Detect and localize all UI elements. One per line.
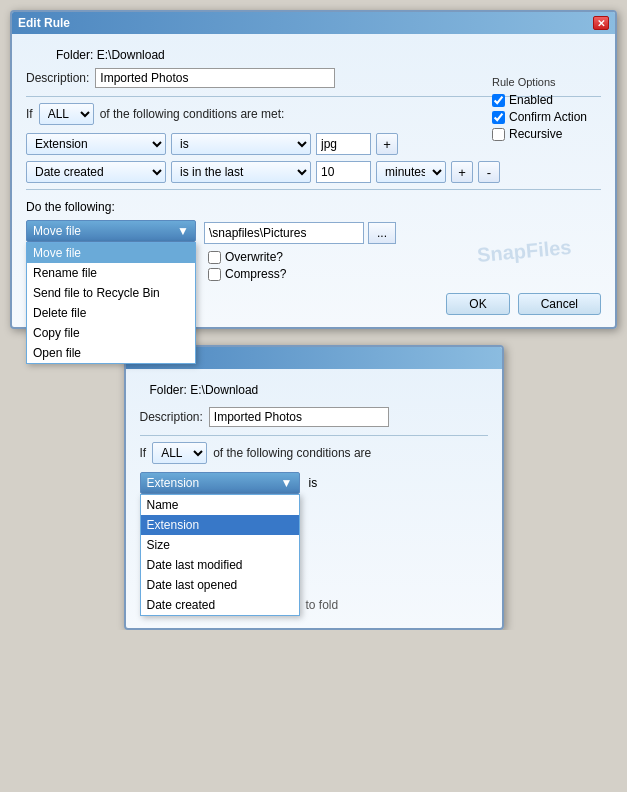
dialog2-condition-row: Extension ▼ Name Extension Size Date las… [140, 472, 488, 494]
action-dropdown-wrapper: Move file ▼ Move file Rename file Send f… [26, 220, 196, 242]
enabled-checkbox[interactable] [492, 94, 505, 107]
ext-option-extension[interactable]: Extension [141, 515, 299, 535]
ext-option-name[interactable]: Name [141, 495, 299, 515]
all-select[interactable]: ALL [39, 103, 94, 125]
recursive-label: Recursive [509, 127, 562, 141]
close-button[interactable]: ✕ [593, 16, 609, 30]
recursive-checkbox-row[interactable]: Recursive [492, 127, 587, 141]
compress-checkbox-row[interactable]: Compress? [208, 267, 396, 281]
dialog2-ext-dropdown-wrapper: Extension ▼ Name Extension Size Date las… [140, 472, 300, 494]
dialog2-desc-input[interactable] [209, 407, 389, 427]
overwrite-label: Overwrite? [225, 250, 283, 264]
ext-option-size[interactable]: Size [141, 535, 299, 555]
ow-section: Overwrite? Compress? [208, 250, 396, 281]
action-dropdown: Move file Rename file Send file to Recyc… [26, 242, 196, 364]
dialog2-to-fold-label: to fold [306, 598, 339, 612]
condition1-value-input[interactable] [316, 133, 371, 155]
dialog1: Edit Rule ✕ Rule Options Enabled Confirm… [10, 10, 617, 329]
compress-label: Compress? [225, 267, 286, 281]
ext-option-date-modified[interactable]: Date last modified [141, 555, 299, 575]
dialog2-folder-path: E:\Download [190, 383, 258, 397]
overwrite-checkbox-row[interactable]: Overwrite? [208, 250, 396, 264]
condition2-row: Date created is in the last minutes + - [26, 161, 601, 183]
dialog2: Edit Rule Folder: E:\Download Descriptio… [124, 345, 504, 630]
condition2-unit-select[interactable]: minutes [376, 161, 446, 183]
dialog2-folder-line: Folder: E:\Download [140, 379, 488, 403]
dialog1-title: Edit Rule [18, 16, 70, 30]
desc-input[interactable] [95, 68, 335, 88]
ext-option-date-created[interactable]: Date created [141, 595, 299, 615]
cancel-button[interactable]: Cancel [518, 293, 601, 315]
dialog2-ext-select-button[interactable]: Extension ▼ [140, 472, 300, 494]
browse-button[interactable]: ... [368, 222, 396, 244]
action-option-move[interactable]: Move file [27, 243, 195, 263]
confirm-label: Confirm Action [509, 110, 587, 124]
compress-checkbox[interactable] [208, 268, 221, 281]
dialog2-desc-label: Description: [140, 410, 203, 424]
condition2-op-select[interactable]: is in the last [171, 161, 311, 183]
folder-label: Folder: [56, 48, 93, 62]
dialog2-ext-dropdown: Name Extension Size Date last modified D… [140, 494, 300, 616]
folder-line: Folder: E:\Download [26, 44, 601, 68]
condition2-plus-button[interactable]: + [451, 161, 473, 183]
overwrite-checkbox[interactable] [208, 251, 221, 264]
condition1-field-select[interactable]: Extension [26, 133, 166, 155]
ext-option-date-opened[interactable]: Date last opened [141, 575, 299, 595]
condition2-value-input[interactable] [316, 161, 371, 183]
dialog2-desc-row: Description: [140, 407, 488, 427]
ok-button[interactable]: OK [446, 293, 509, 315]
dialog2-conditions-label: of the following conditions are [213, 446, 371, 460]
condition2-minus-button[interactable]: - [478, 161, 500, 183]
confirm-checkbox[interactable] [492, 111, 505, 124]
condition1-op-select[interactable]: is [171, 133, 311, 155]
path-input[interactable] [204, 222, 364, 244]
dialog2-divider1 [140, 435, 488, 436]
enabled-label: Enabled [509, 93, 553, 107]
do-label: Do the following: [26, 200, 601, 214]
dialog2-ext-selected: Extension [147, 476, 200, 490]
dialog2-if-label: If [140, 446, 147, 460]
desc-label: Description: [26, 71, 89, 85]
divider2 [26, 189, 601, 190]
condition1-plus-button[interactable]: + [376, 133, 398, 155]
dialog2-all-select[interactable]: ALL [152, 442, 207, 464]
dialog2-is-label: is [309, 476, 318, 490]
enabled-checkbox-row[interactable]: Enabled [492, 93, 587, 107]
recursive-checkbox[interactable] [492, 128, 505, 141]
action-option-copy[interactable]: Copy file [27, 323, 195, 343]
action-selected-label: Move file [33, 224, 81, 238]
action-option-recycle[interactable]: Send file to Recycle Bin [27, 283, 195, 303]
action-option-rename[interactable]: Rename file [27, 263, 195, 283]
folder-path: E:\Download [97, 48, 165, 62]
dialog2-if-row: If ALL of the following conditions are [140, 442, 488, 464]
action-option-open[interactable]: Open file [27, 343, 195, 363]
rule-options-panel: Rule Options Enabled Confirm Action Recu… [492, 76, 587, 141]
dialog2-chevron-icon: ▼ [281, 476, 293, 490]
action-select-button[interactable]: Move file ▼ [26, 220, 196, 242]
action-option-delete[interactable]: Delete file [27, 303, 195, 323]
if-label: If [26, 107, 33, 121]
rule-options-title: Rule Options [492, 76, 587, 88]
dialog2-folder-label: Folder: [150, 383, 187, 397]
confirm-checkbox-row[interactable]: Confirm Action [492, 110, 587, 124]
dialog1-titlebar: Edit Rule ✕ [12, 12, 615, 34]
chevron-down-icon: ▼ [177, 224, 189, 238]
do-section: Do the following: Move file ▼ Move file … [26, 200, 601, 281]
conditions-label: of the following conditions are met: [100, 107, 285, 121]
condition2-field-select[interactable]: Date created [26, 161, 166, 183]
